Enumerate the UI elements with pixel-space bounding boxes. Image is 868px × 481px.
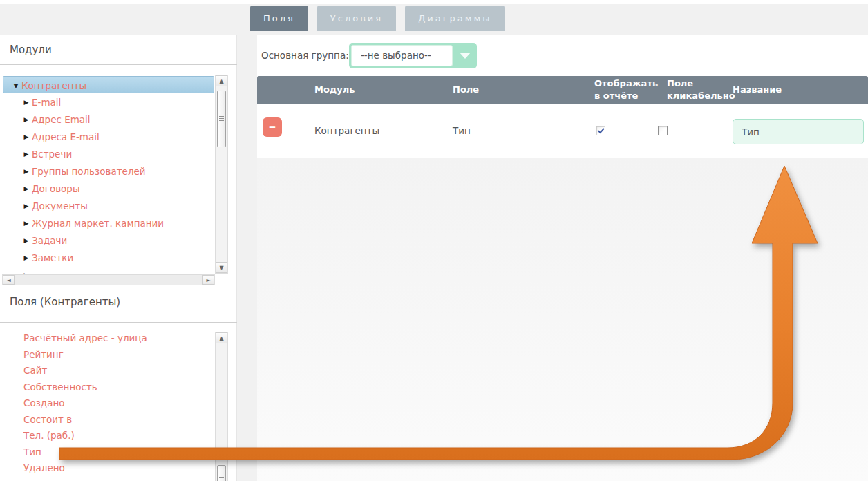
field-item-Состоит в[interactable]: Состоит в xyxy=(3,412,214,428)
tree-item-label: Группы пользователей xyxy=(32,166,146,177)
field-item-Рейтинг[interactable]: Рейтинг xyxy=(3,347,214,364)
tree-collapsed-icon[interactable]: ▶ xyxy=(21,163,32,180)
tree-item-Группы пользователей[interactable]: ▶Группы пользователей xyxy=(3,162,214,180)
field-item-Расчётный адрес - улица[interactable]: Расчётный адрес - улица xyxy=(3,330,214,347)
col-header-field-clickable-line2: кликабельно xyxy=(667,91,735,101)
show-in-report-checkbox[interactable] xyxy=(596,126,605,135)
sidebar-main-gutter xyxy=(237,35,257,481)
tree-item-Журнал маркет. кампании[interactable]: ▶Журнал маркет. кампании xyxy=(3,214,214,232)
col-header-show-in-report-line2: в отчёте xyxy=(594,91,638,101)
tree-item-Адреса E-mail[interactable]: ▶Адреса E-mail xyxy=(3,128,214,145)
chevron-down-icon xyxy=(460,53,471,59)
tree-collapsed-icon[interactable]: ▶ xyxy=(21,215,32,232)
tree-collapsed-icon[interactable]: ▶ xyxy=(21,232,32,249)
tree-collapsed-icon[interactable]: ▶ xyxy=(21,146,32,163)
modules-divider xyxy=(0,64,237,65)
col-header-field: Поле xyxy=(453,84,479,95)
scroll-up-icon[interactable]: ▲ xyxy=(216,332,227,343)
tree-item-Адрес Email[interactable]: ▶Адрес Email xyxy=(3,111,214,128)
tree-item-Заметки[interactable]: ▶Заметки xyxy=(3,249,214,266)
col-header-field-clickable: Поле xyxy=(667,78,693,88)
tree-item-label: Задачи xyxy=(32,235,67,246)
scroll-down-icon[interactable]: ▼ xyxy=(216,262,227,273)
tree-collapsed-icon[interactable]: ▶ xyxy=(21,180,32,198)
modules-tree-vscrollbar[interactable]: ▲ ▼ xyxy=(215,75,228,274)
field-item-Удалено[interactable]: Удалено xyxy=(3,460,214,477)
tab-0[interactable]: Поля xyxy=(250,6,308,31)
tree-item-label: Встречи xyxy=(32,149,72,160)
tree-item-label: Заметки xyxy=(32,252,73,263)
tree-expanded-icon[interactable]: ▼ xyxy=(10,77,21,95)
fields-list: Расчётный адрес - улицаРейтингСайтСобств… xyxy=(3,330,214,481)
tab-1[interactable]: Условия xyxy=(317,6,396,31)
scroll-up-icon[interactable]: ▲ xyxy=(216,75,227,86)
dropdown-arrow-button[interactable] xyxy=(453,43,477,68)
tree-collapsed-icon[interactable]: ▶ xyxy=(21,198,32,215)
report-builder-page: ПоляУсловияДиаграммы Модули ▼Контрагенты… xyxy=(0,0,868,481)
field-item-Тел. (раб.)[interactable]: Тел. (раб.) xyxy=(3,428,214,444)
tree-item-Документы[interactable]: ▶Документы xyxy=(3,197,214,214)
tree-item-label: Контрагенты xyxy=(21,80,86,91)
main-group-select[interactable]: --не выбрано-- xyxy=(349,43,477,68)
table-row: – Контрагенты Тип xyxy=(257,104,868,158)
field-item-Сайт[interactable]: Сайт xyxy=(3,363,214,379)
sidebar: Модули ▼Контрагенты▶E-mail▶Адрес Email▶А… xyxy=(0,35,237,481)
main-group-selected-value: --не выбрано-- xyxy=(351,45,453,66)
tree-item-label: Адрес Email xyxy=(32,114,91,125)
tree-item-E-mail[interactable]: ▶E-mail xyxy=(3,93,214,111)
field-item-Тип[interactable]: Тип xyxy=(3,444,214,461)
tree-item-label: Договоры xyxy=(32,183,80,194)
field-item-Создано[interactable]: Создано xyxy=(3,395,214,412)
fields-heading: Поля (Контрагенты) xyxy=(10,296,120,308)
col-header-name: Название xyxy=(733,84,782,95)
modules-tree: ▼Контрагенты▶E-mail▶Адрес Email▶Адреса E… xyxy=(3,76,214,274)
tree-item-Договоры[interactable]: ▶Договоры xyxy=(3,180,214,197)
col-header-show-in-report: Отображать xyxy=(594,78,658,88)
scroll-thumb[interactable] xyxy=(217,465,226,481)
field-clickable-checkbox[interactable] xyxy=(658,126,668,135)
row-name-input[interactable] xyxy=(733,119,864,144)
tree-collapsed-icon[interactable]: ▶ xyxy=(21,129,32,146)
modules-tree-hscrollbar[interactable]: ◄ ► xyxy=(2,274,215,285)
row-module-value: Контрагенты xyxy=(314,125,379,136)
fields-list-vscrollbar[interactable]: ▲ xyxy=(215,332,228,481)
tree-item-label: Журнал маркет. кампании xyxy=(32,218,164,229)
main-panel-bottom xyxy=(257,158,868,481)
field-item-Собственность[interactable]: Собственность xyxy=(3,379,214,396)
col-header-module: Модуль xyxy=(314,84,355,95)
tree-item-label: Документы xyxy=(32,200,88,211)
tree-item-label: E-mail xyxy=(32,97,61,108)
tab-2[interactable]: Диаграммы xyxy=(405,6,505,31)
fields-table-header: Модуль Поле Отображать в отчёте Поле кли… xyxy=(257,76,868,104)
tree-item[interactable]: ▶ xyxy=(3,266,214,274)
fields-divider xyxy=(0,322,237,323)
scroll-left-icon[interactable]: ◄ xyxy=(3,275,15,285)
tree-item-label: Адреса E-mail xyxy=(32,131,100,142)
remove-row-button[interactable]: – xyxy=(263,117,282,137)
modules-heading: Модули xyxy=(10,44,52,56)
scroll-right-icon[interactable]: ► xyxy=(202,275,214,285)
tree-collapsed-icon[interactable]: ▶ xyxy=(21,111,32,129)
tab-bar: ПоляУсловияДиаграммы xyxy=(250,6,505,31)
tree-item-Задачи[interactable]: ▶Задачи xyxy=(3,232,214,249)
row-field-value: Тип xyxy=(453,125,471,136)
tree-collapsed-icon[interactable]: ▶ xyxy=(21,249,32,267)
tree-collapsed-icon[interactable]: ▶ xyxy=(21,267,32,274)
tree-item-Встречи[interactable]: ▶Встречи xyxy=(3,145,214,162)
tree-item-Контрагенты[interactable]: ▼Контрагенты xyxy=(3,76,214,93)
tree-collapsed-icon[interactable]: ▶ xyxy=(21,94,32,111)
main-group-label: Основная группа: xyxy=(261,50,349,61)
scroll-thumb[interactable] xyxy=(217,91,226,147)
